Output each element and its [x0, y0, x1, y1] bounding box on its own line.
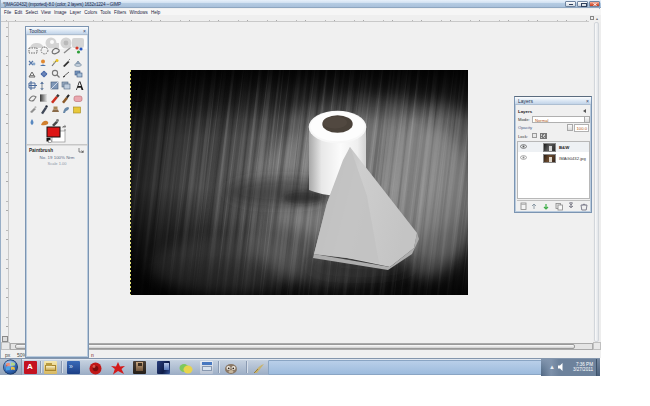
svg-text:Paintbrush: Paintbrush	[29, 148, 53, 153]
svg-text:No. 19 100% Nrm: No. 19 100% Nrm	[40, 155, 75, 160]
svg-text:Scale 1.00: Scale 1.00	[48, 161, 68, 166]
